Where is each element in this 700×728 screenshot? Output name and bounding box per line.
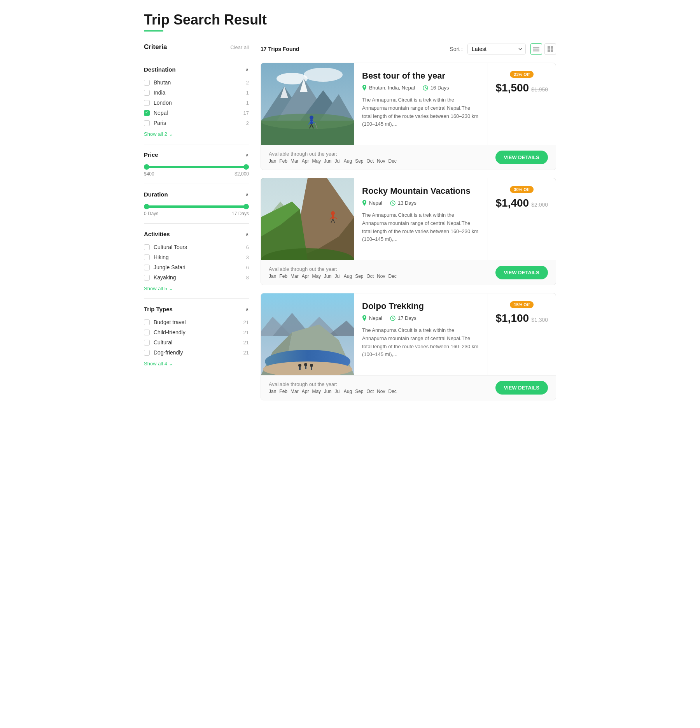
- london-checkbox[interactable]: [144, 100, 150, 106]
- availability-text: Available through out the year:: [269, 381, 397, 387]
- svg-line-63: [393, 318, 394, 319]
- price-column: 15% Off $1,100 $1,300: [488, 293, 556, 375]
- month-jul: Jul: [334, 389, 340, 394]
- trip-price: $1,500: [496, 82, 529, 94]
- month-jul: Jul: [334, 274, 340, 279]
- month-feb: Feb: [279, 389, 287, 394]
- activities-show-all[interactable]: Show all 5 ⌄: [144, 286, 249, 291]
- trip-price: $1,400: [496, 197, 529, 209]
- nepal-label: Nepal: [154, 110, 168, 116]
- activities-section: Activities ∧ Cultural Tours 6: [144, 223, 249, 298]
- view-details-button[interactable]: VIEW DETAILS: [495, 381, 548, 395]
- clock-icon: [423, 85, 428, 91]
- month-jan: Jan: [269, 158, 276, 164]
- month-nov: Nov: [377, 274, 385, 279]
- bhutan-label: Bhutan: [154, 79, 171, 86]
- sort-select[interactable]: Latest Price: Low to High Price: High to…: [467, 44, 526, 54]
- results-label: Trips Found: [268, 46, 299, 52]
- trip-title: Rocky Mountain Vacations: [362, 186, 480, 196]
- list-view-icon[interactable]: [530, 43, 542, 55]
- trip-types-items: Budget travel 21 Child-friendly 21: [144, 317, 249, 358]
- clear-all-button[interactable]: Clear all: [230, 44, 249, 50]
- price-block: $1,500 $1,950: [496, 82, 548, 94]
- availability-block: Available through out the year: Jan Feb …: [269, 151, 397, 164]
- trip-card-bottom: Available through out the year: Jan Feb …: [261, 260, 556, 285]
- trip-types-show-all[interactable]: Show all 4 ⌄: [144, 361, 249, 367]
- month-aug: Aug: [344, 158, 352, 164]
- svg-rect-5: [548, 49, 550, 52]
- availability-block: Available through out the year: Jan Feb …: [269, 381, 397, 394]
- trip-original-price: $1,950: [531, 86, 548, 93]
- duration-slider-min[interactable]: [144, 204, 149, 209]
- list-item: Hiking 3: [144, 252, 249, 262]
- hiking-count: 3: [246, 254, 249, 260]
- trip-title: Best tour of the year: [362, 71, 480, 81]
- kayaking-checkbox[interactable]: [144, 275, 150, 281]
- destination-header[interactable]: Destination ∧: [144, 66, 249, 73]
- price-slider-min[interactable]: [144, 164, 149, 170]
- destination-show-all[interactable]: Show all 2 ⌄: [144, 131, 249, 137]
- month-oct: Oct: [367, 274, 374, 279]
- trip-duration: 13 Days: [390, 200, 416, 206]
- trip-price: $1,100: [496, 312, 529, 325]
- location-pin-icon: [362, 85, 367, 91]
- grid-view-icon[interactable]: [544, 43, 556, 55]
- list-item: Jungle Safari 6: [144, 262, 249, 272]
- svg-rect-0: [533, 47, 539, 47]
- list-item: Dog-friendly 21: [144, 347, 249, 358]
- location-text: Nepal: [369, 200, 382, 206]
- svg-rect-58: [305, 366, 306, 369]
- trip-details: Rocky Mountain Vacations Nepal: [354, 178, 488, 260]
- trip-title: Dolpo Trekking: [362, 301, 480, 311]
- activities-items: Cultural Tours 6 Hiking 3: [144, 242, 249, 282]
- nepal-checkbox[interactable]: [144, 110, 150, 116]
- budget-travel-label: Budget travel: [154, 319, 186, 325]
- duration-slider-track[interactable]: [144, 205, 249, 208]
- sidebar: Criteria Clear all Destination ∧ Bhutan …: [144, 43, 249, 408]
- duration-slider-max[interactable]: [243, 204, 249, 209]
- price-max-label: $2,000: [234, 171, 249, 177]
- trip-card-bottom: Available through out the year: Jan Feb …: [261, 145, 556, 170]
- list-item: Cultural Tours 6: [144, 242, 249, 252]
- india-checkbox[interactable]: [144, 90, 150, 96]
- paris-label: Paris: [154, 120, 166, 126]
- destination-title: Destination: [144, 66, 176, 73]
- london-label: London: [154, 100, 172, 106]
- cultural-checkbox[interactable]: [144, 340, 150, 346]
- content-area: 17 Trips Found Sort : Latest Price: Low …: [261, 43, 556, 408]
- trip-location: Nepal: [362, 315, 382, 321]
- month-mar: Mar: [290, 274, 299, 279]
- hiking-checkbox[interactable]: [144, 254, 150, 260]
- price-column: 23% Off $1,500 $1,950: [488, 63, 556, 145]
- child-friendly-checkbox[interactable]: [144, 330, 150, 335]
- price-chevron: ∧: [245, 152, 249, 158]
- price-slider-max[interactable]: [243, 164, 249, 170]
- trip-location: Nepal: [362, 200, 382, 206]
- clock-icon: [390, 316, 396, 321]
- svg-rect-4: [551, 46, 553, 49]
- jungle-safari-checkbox[interactable]: [144, 265, 150, 270]
- view-details-button[interactable]: VIEW DETAILS: [495, 266, 548, 279]
- month-aug: Aug: [344, 274, 352, 279]
- paris-checkbox[interactable]: [144, 120, 150, 126]
- trip-original-price: $1,300: [531, 317, 548, 323]
- duration-header[interactable]: Duration ∧: [144, 191, 249, 198]
- duration-text: 13 Days: [398, 200, 416, 206]
- month-feb: Feb: [279, 158, 287, 164]
- price-title: Price: [144, 151, 158, 158]
- svg-point-59: [310, 364, 313, 367]
- discount-badge: 23% Off: [510, 71, 534, 78]
- budget-travel-checkbox[interactable]: [144, 319, 150, 325]
- bhutan-checkbox[interactable]: [144, 80, 150, 86]
- cultural-tours-checkbox[interactable]: [144, 244, 150, 250]
- price-header[interactable]: Price ∧: [144, 151, 249, 158]
- trip-types-header[interactable]: Trip Types ∧: [144, 306, 249, 312]
- dog-friendly-checkbox[interactable]: [144, 350, 150, 356]
- price-slider-track[interactable]: [144, 166, 249, 168]
- trip-image: [261, 293, 354, 375]
- availability-text: Available through out the year:: [269, 266, 397, 272]
- month-sep: Sep: [355, 158, 363, 164]
- activities-header[interactable]: Activities ∧: [144, 231, 249, 237]
- view-details-button[interactable]: VIEW DETAILS: [495, 151, 548, 164]
- duration-chevron: ∧: [245, 192, 249, 197]
